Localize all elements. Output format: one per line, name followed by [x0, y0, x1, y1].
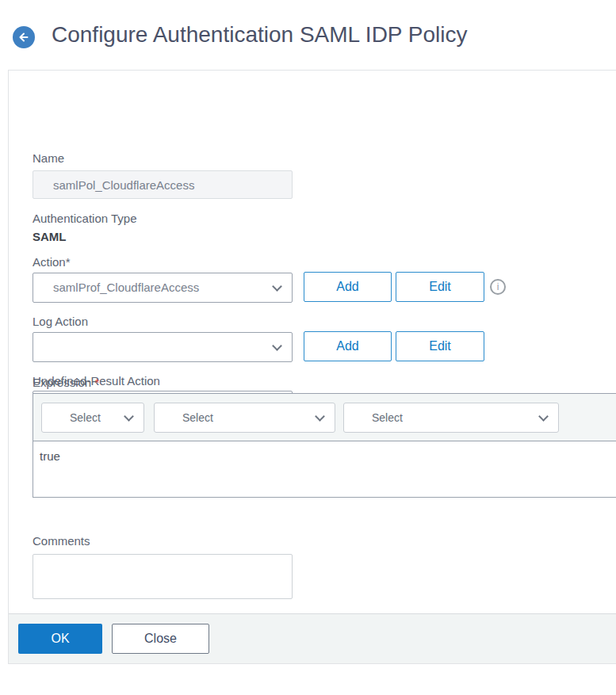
comments-input[interactable]: [33, 554, 293, 599]
expression-editor: Select Select Select true: [33, 393, 616, 498]
expression-select-1-value: Select: [70, 411, 101, 424]
log-action-edit-button[interactable]: Edit: [396, 331, 484, 361]
chevron-down-icon: [124, 411, 134, 422]
expression-input[interactable]: true: [33, 441, 616, 497]
action-label: Action*: [33, 255, 71, 269]
info-icon[interactable]: i: [490, 279, 506, 295]
action-select-value: samlProf_CloudflareAccess: [53, 281, 199, 294]
name-label: Name: [33, 151, 64, 165]
required-asterisk: *: [94, 376, 99, 389]
action-edit-button[interactable]: Edit: [396, 272, 484, 302]
log-action-label: Log Action: [33, 315, 88, 328]
expression-select-3-value: Select: [372, 411, 403, 424]
expression-toolbar: Select Select Select: [33, 394, 616, 441]
expression-select-3[interactable]: Select: [343, 403, 559, 433]
action-add-button[interactable]: Add: [304, 272, 392, 302]
chevron-down-icon: [315, 411, 325, 422]
expression-select-2[interactable]: Select: [154, 403, 335, 433]
log-action-add-button[interactable]: Add: [304, 331, 392, 361]
authentication-type-value: SAML: [33, 230, 67, 243]
back-button[interactable]: [13, 26, 35, 48]
config-form-panel: Name Authentication Type SAML Action* sa…: [8, 70, 616, 664]
close-button[interactable]: Close: [112, 624, 209, 654]
chevron-down-icon: [272, 281, 282, 292]
expression-select-2-value: Select: [182, 411, 213, 424]
log-action-select[interactable]: [33, 332, 293, 362]
authentication-type-label: Authentication Type: [33, 212, 136, 225]
comments-label: Comments: [33, 534, 90, 548]
ok-button[interactable]: OK: [18, 624, 102, 654]
chevron-down-icon: [538, 411, 549, 422]
page-title: Configure Authentication SAML IDP Policy: [52, 22, 468, 48]
form-footer: OK Close: [9, 613, 616, 663]
chevron-down-icon: [272, 341, 282, 351]
name-input: [33, 170, 293, 199]
action-select[interactable]: samlProf_CloudflareAccess: [33, 273, 293, 303]
expression-select-1[interactable]: Select: [41, 403, 144, 433]
expression-label: Expression *: [33, 376, 99, 389]
page-header: Configure Authentication SAML IDP Policy: [0, 0, 616, 70]
arrow-left-icon: [17, 31, 30, 44]
